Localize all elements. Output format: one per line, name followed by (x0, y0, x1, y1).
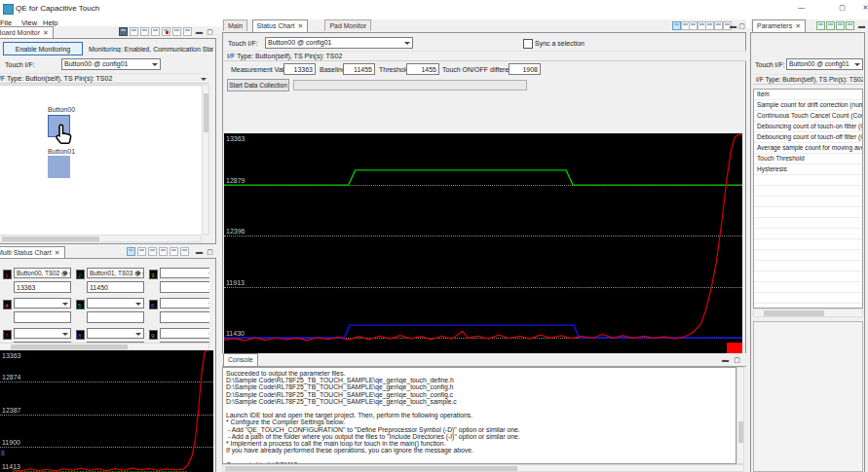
button01-shape[interactable] (48, 156, 70, 178)
sync-selection-label: Sync a selection (535, 40, 585, 47)
slot-1-value[interactable]: 13363 (14, 281, 71, 293)
parameters-hscrollbar[interactable] (753, 309, 863, 317)
parameter-item[interactable]: Continuous Touch Cancel Count (Count) (754, 111, 862, 122)
chart-export-icon[interactable] (180, 247, 189, 256)
layout-icon[interactable] (151, 27, 160, 36)
slot-3-value[interactable] (160, 281, 209, 293)
status-if-type-bar: I/F Type: Button(self), TS Pin(s): TS02 (224, 51, 746, 61)
slot-3-select[interactable] (160, 268, 209, 278)
touch-if-label: Touch I/F: (228, 40, 258, 47)
board-minimize-icon[interactable]: ▬ (195, 27, 204, 36)
parameters-list[interactable]: ItemSample count for drift correction (n… (753, 89, 863, 309)
chart-zoom-out-icon[interactable] (148, 247, 157, 256)
parameter-item[interactable]: Average sample count for moving average … (754, 143, 862, 154)
slot-7-select[interactable] (14, 328, 71, 339)
board-maximize-icon[interactable]: ▢ (206, 27, 214, 36)
slot-4-value[interactable] (14, 311, 71, 323)
slot-4-select[interactable] (14, 298, 71, 309)
chart-scale-icon[interactable] (127, 247, 135, 256)
tab-close-icon[interactable]: ✕ (55, 249, 60, 256)
slot-6-select[interactable] (160, 298, 209, 309)
start-data-collection-button[interactable]: Start Data Collection (227, 79, 289, 91)
main-chart-bottom-strip (224, 343, 742, 353)
console-minimize-icon[interactable]: ▬ (721, 355, 730, 364)
measurement-value-field[interactable]: 13363 (283, 63, 316, 75)
main-status-chart-plot[interactable]: 1336312879123961191311430 (224, 133, 742, 343)
status-minimize-icon[interactable]: ▬ (729, 21, 737, 30)
board-canvas-vscrollbar[interactable] (202, 85, 209, 235)
console-line: - Add "QE_TOUCH_CONFIGURATION" to "Defin… (226, 426, 733, 433)
parameters-minimize-icon[interactable]: ▬ (857, 21, 866, 30)
tab-main[interactable]: Main (223, 19, 247, 31)
parameters-touch-if-select[interactable]: Button00 @ config01 (786, 58, 863, 70)
board-canvas-hscrollbar[interactable] (0, 235, 202, 242)
baseline-field[interactable]: 11455 (343, 63, 375, 75)
parameter-item[interactable]: Sample count for drift correction (numbe… (754, 100, 862, 111)
report-icon[interactable] (183, 27, 192, 36)
tab-close-icon[interactable]: ✕ (298, 22, 304, 29)
slot-9-select[interactable] (160, 328, 209, 339)
tab-status-chart[interactable]: Status Chart✕ (252, 19, 309, 32)
chevron-down-icon (62, 272, 68, 275)
parameters-header: Item (754, 90, 862, 100)
series-reference-green (224, 170, 742, 185)
slot-2-value[interactable]: 11450 (87, 281, 144, 293)
slot-5-select[interactable] (87, 298, 144, 309)
sync-selection-checkbox[interactable] (523, 39, 533, 49)
import-params-icon[interactable] (816, 21, 825, 30)
parameter-item[interactable]: Debouncing count of touch-on filter (Cou… (754, 122, 862, 132)
console-maximize-icon[interactable]: ▢ (733, 355, 741, 364)
multi-chart-hscrollbar[interactable] (0, 343, 209, 350)
parameter-item[interactable]: Hysteresis (754, 164, 862, 175)
slot-1-select[interactable]: Button00, TS02 @ c (14, 268, 71, 278)
console-output[interactable]: Succeeded to output the parameter files.… (222, 367, 736, 464)
save-image-icon[interactable] (130, 27, 138, 36)
window-close-button[interactable]: ✕ (861, 3, 868, 12)
monitoring-status-text: Monitoring: Enabled, Communication Statu… (89, 46, 213, 53)
tab-close-icon[interactable]: ✕ (43, 29, 49, 36)
window-minimize-button[interactable]: — (797, 3, 806, 12)
status-touch-if-select[interactable]: Button00 @ config01 (265, 37, 413, 49)
button00-label: Button00 (48, 106, 75, 113)
board-image-icon[interactable] (119, 27, 128, 36)
chart-save-icon[interactable] (170, 247, 178, 256)
console-line (226, 405, 733, 412)
threshold-field[interactable]: 1455 (406, 63, 439, 75)
multi-status-chart-plot[interactable]: 1336312874123871190011413 (0, 350, 213, 472)
console-vscrollbar[interactable] (736, 367, 744, 464)
multi-minimize-icon[interactable]: ▬ (195, 247, 204, 256)
tab-close-icon[interactable]: ✕ (795, 22, 801, 29)
console-line: If you have already performed these oper… (226, 447, 733, 454)
snapshot-icon[interactable] (172, 27, 181, 36)
status-maximize-icon[interactable]: ▢ (737, 21, 746, 30)
parameter-item[interactable]: Debouncing count of touch-off filter (Co… (754, 132, 862, 143)
slot-5-value[interactable] (87, 311, 144, 323)
touch-onoff-difference-field[interactable]: 1908 (509, 63, 541, 75)
tab-pad-monitor[interactable]: Pad Monitor (324, 19, 371, 31)
parameter-empty-row (754, 197, 862, 207)
board-if-type-bar[interactable]: I/F Type: Button(self), TS Pin(s): TS02 (0, 73, 208, 84)
record-icon[interactable] (162, 27, 170, 36)
print-params-icon[interactable] (846, 21, 854, 30)
board-touch-if-select[interactable]: Button00 @ config01 (61, 58, 161, 70)
chart-zoom-in-icon[interactable] (137, 247, 146, 256)
console-hscrollbar[interactable] (222, 464, 744, 472)
tab-console[interactable]: Console (223, 353, 258, 366)
parameters-tabbar: Parameters✕ ▬ (750, 19, 868, 32)
window-maximize-button[interactable]: ▢ (838, 3, 847, 12)
slot-6-color-chip: 6: (149, 300, 158, 309)
chart-pan-icon[interactable] (159, 247, 168, 256)
chevron-down-icon (152, 63, 158, 66)
export-params-icon[interactable] (826, 21, 835, 30)
copy-image-icon[interactable] (140, 27, 149, 36)
write-params-icon[interactable] (836, 21, 845, 30)
enable-monitoring-button[interactable]: Enable Monitoring (3, 42, 83, 55)
slot-6-value[interactable] (160, 311, 209, 323)
board-canvas[interactable]: Button00 Button01 (0, 85, 202, 236)
parameter-item[interactable]: Touch Threshold (754, 154, 862, 164)
slot-2-select[interactable]: Button01, TS03 @ c (87, 268, 144, 278)
multi-maximize-icon[interactable]: ▢ (206, 247, 214, 256)
slot-8-select[interactable] (87, 328, 144, 339)
tab-parameters[interactable]: Parameters✕ (752, 19, 806, 32)
board-monitor-tabbar: Board Monitor✕ ▬ ▢ (0, 26, 216, 38)
